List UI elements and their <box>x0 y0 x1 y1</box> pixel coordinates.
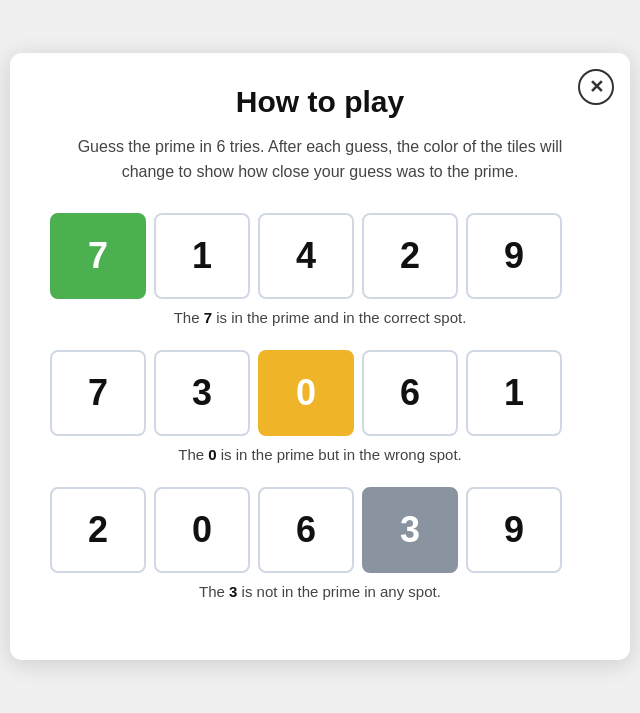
tile-2b: 2 <box>50 487 146 573</box>
gray-tiles-row: 2 0 6 3 9 <box>50 487 590 573</box>
gray-example-section: 2 0 6 3 9 The 3 is not in the prime in a… <box>50 487 590 600</box>
how-to-play-modal: ✕ How to play Guess the prime in 6 tries… <box>10 53 630 660</box>
tile-9b: 9 <box>466 487 562 573</box>
yellow-example-section: 7 3 0 6 1 The 0 is in the prime but in t… <box>50 350 590 463</box>
tile-2: 2 <box>362 213 458 299</box>
green-example-caption: The 7 is in the prime and in the correct… <box>50 309 590 326</box>
tile-gray-3: 3 <box>362 487 458 573</box>
tile-3: 3 <box>154 350 250 436</box>
modal-description: Guess the prime in 6 tries. After each g… <box>50 135 590 185</box>
tile-1b: 1 <box>466 350 562 436</box>
yellow-example-caption: The 0 is in the prime but in the wrong s… <box>50 446 590 463</box>
tile-yellow-0: 0 <box>258 350 354 436</box>
tile-1: 1 <box>154 213 250 299</box>
green-example-section: 7 1 4 2 9 The 7 is in the prime and in t… <box>50 213 590 326</box>
tile-0: 0 <box>154 487 250 573</box>
close-button[interactable]: ✕ <box>578 69 614 105</box>
tile-6: 6 <box>362 350 458 436</box>
tile-4: 4 <box>258 213 354 299</box>
tile-green-7: 7 <box>50 213 146 299</box>
yellow-tiles-row: 7 3 0 6 1 <box>50 350 590 436</box>
modal-title: How to play <box>50 85 590 119</box>
tile-6b: 6 <box>258 487 354 573</box>
tile-7: 7 <box>50 350 146 436</box>
tile-9: 9 <box>466 213 562 299</box>
gray-example-caption: The 3 is not in the prime in any spot. <box>50 583 590 600</box>
green-tiles-row: 7 1 4 2 9 <box>50 213 590 299</box>
